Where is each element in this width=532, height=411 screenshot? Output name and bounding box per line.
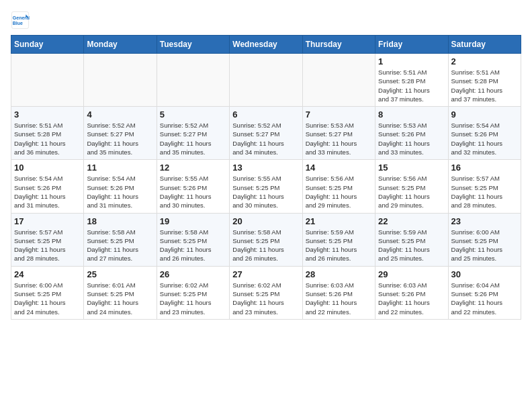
calendar-week-row: 3Sunrise: 5:51 AM Sunset: 5:28 PM Daylig…	[11, 107, 521, 160]
calendar-cell: 22Sunrise: 5:59 AM Sunset: 5:25 PM Dayli…	[375, 213, 448, 266]
day-info: Sunrise: 5:51 AM Sunset: 5:28 PM Dayligh…	[451, 68, 518, 103]
day-info: Sunrise: 5:52 AM Sunset: 5:27 PM Dayligh…	[87, 121, 153, 156]
day-info: Sunrise: 5:51 AM Sunset: 5:28 PM Dayligh…	[14, 121, 81, 156]
calendar-cell: 8Sunrise: 5:53 AM Sunset: 5:26 PM Daylig…	[375, 107, 448, 160]
day-number: 27	[232, 269, 299, 279]
day-info: Sunrise: 5:56 AM Sunset: 5:25 PM Dayligh…	[378, 174, 445, 210]
day-number: 19	[160, 216, 226, 226]
day-number: 8	[378, 109, 445, 120]
weekday-header-sunday: Sunday	[11, 36, 84, 54]
day-info: Sunrise: 6:02 AM Sunset: 5:25 PM Dayligh…	[160, 281, 226, 316]
calendar-cell: 16Sunrise: 5:57 AM Sunset: 5:25 PM Dayli…	[448, 160, 521, 213]
calendar-week-row: 17Sunrise: 5:57 AM Sunset: 5:25 PM Dayli…	[11, 213, 521, 266]
calendar-cell: 28Sunrise: 6:03 AM Sunset: 5:26 PM Dayli…	[302, 266, 375, 319]
day-number: 23	[451, 216, 518, 226]
calendar-cell: 12Sunrise: 5:55 AM Sunset: 5:26 PM Dayli…	[157, 160, 229, 213]
weekday-header-friday: Friday	[375, 36, 448, 54]
day-number: 16	[451, 163, 518, 173]
day-number: 21	[306, 216, 372, 226]
day-info: Sunrise: 5:57 AM Sunset: 5:25 PM Dayligh…	[14, 228, 81, 263]
day-number: 1	[378, 56, 445, 66]
calendar-cell: 5Sunrise: 5:52 AM Sunset: 5:27 PM Daylig…	[157, 107, 229, 160]
calendar-cell: 1Sunrise: 5:51 AM Sunset: 5:28 PM Daylig…	[375, 54, 448, 107]
calendar-cell	[230, 54, 302, 107]
weekday-header-thursday: Thursday	[302, 36, 375, 54]
day-number: 15	[378, 163, 445, 173]
calendar-cell: 20Sunrise: 5:58 AM Sunset: 5:25 PM Dayli…	[230, 213, 302, 266]
day-info: Sunrise: 5:59 AM Sunset: 5:25 PM Dayligh…	[378, 228, 445, 263]
day-number: 3	[14, 109, 81, 120]
svg-rect-0	[11, 11, 28, 28]
calendar-cell: 6Sunrise: 5:52 AM Sunset: 5:27 PM Daylig…	[230, 107, 302, 160]
day-number: 28	[306, 269, 372, 279]
calendar-cell: 25Sunrise: 6:01 AM Sunset: 5:25 PM Dayli…	[84, 266, 157, 319]
day-info: Sunrise: 5:52 AM Sunset: 5:27 PM Dayligh…	[160, 121, 226, 156]
calendar-cell	[302, 54, 375, 107]
day-number: 30	[451, 269, 518, 279]
day-number: 26	[160, 269, 226, 279]
day-number: 25	[87, 269, 153, 279]
day-info: Sunrise: 5:58 AM Sunset: 5:25 PM Dayligh…	[160, 228, 226, 263]
day-info: Sunrise: 6:00 AM Sunset: 5:25 PM Dayligh…	[14, 281, 81, 316]
calendar-header-row: SundayMondayTuesdayWednesdayThursdayFrid…	[11, 36, 521, 54]
day-info: Sunrise: 5:59 AM Sunset: 5:25 PM Dayligh…	[306, 228, 372, 263]
calendar-cell: 24Sunrise: 6:00 AM Sunset: 5:25 PM Dayli…	[11, 266, 84, 319]
day-info: Sunrise: 6:03 AM Sunset: 5:26 PM Dayligh…	[306, 281, 372, 316]
calendar-cell: 11Sunrise: 5:54 AM Sunset: 5:26 PM Dayli…	[84, 160, 157, 213]
day-info: Sunrise: 5:53 AM Sunset: 5:27 PM Dayligh…	[306, 121, 372, 156]
calendar-cell: 10Sunrise: 5:54 AM Sunset: 5:26 PM Dayli…	[11, 160, 84, 213]
weekday-header-saturday: Saturday	[448, 36, 521, 54]
day-number: 18	[87, 216, 153, 226]
calendar-cell: 14Sunrise: 5:56 AM Sunset: 5:25 PM Dayli…	[302, 160, 375, 213]
calendar-cell: 19Sunrise: 5:58 AM Sunset: 5:25 PM Dayli…	[157, 213, 229, 266]
calendar-cell: 17Sunrise: 5:57 AM Sunset: 5:25 PM Dayli…	[11, 213, 84, 266]
calendar-table: SundayMondayTuesdayWednesdayThursdayFrid…	[11, 35, 521, 320]
calendar-cell: 26Sunrise: 6:02 AM Sunset: 5:25 PM Dayli…	[157, 266, 229, 319]
calendar-cell: 30Sunrise: 6:04 AM Sunset: 5:26 PM Dayli…	[448, 266, 521, 319]
day-info: Sunrise: 5:55 AM Sunset: 5:26 PM Dayligh…	[160, 174, 226, 210]
day-info: Sunrise: 5:52 AM Sunset: 5:27 PM Dayligh…	[232, 121, 299, 156]
day-info: Sunrise: 6:02 AM Sunset: 5:25 PM Dayligh…	[232, 281, 299, 316]
calendar-cell: 27Sunrise: 6:02 AM Sunset: 5:25 PM Dayli…	[230, 266, 302, 319]
day-number: 11	[87, 163, 153, 173]
day-info: Sunrise: 5:54 AM Sunset: 5:26 PM Dayligh…	[14, 174, 81, 210]
calendar-cell	[11, 54, 84, 107]
calendar-week-row: 1Sunrise: 5:51 AM Sunset: 5:28 PM Daylig…	[11, 54, 521, 107]
day-info: Sunrise: 5:58 AM Sunset: 5:25 PM Dayligh…	[87, 228, 153, 263]
calendar-cell: 29Sunrise: 6:03 AM Sunset: 5:26 PM Dayli…	[375, 266, 448, 319]
weekday-header-wednesday: Wednesday	[230, 36, 302, 54]
day-number: 14	[306, 163, 372, 173]
calendar-cell: 15Sunrise: 5:56 AM Sunset: 5:25 PM Dayli…	[375, 160, 448, 213]
weekday-header-tuesday: Tuesday	[157, 36, 229, 54]
day-info: Sunrise: 5:53 AM Sunset: 5:26 PM Dayligh…	[378, 121, 445, 156]
day-info: Sunrise: 5:54 AM Sunset: 5:26 PM Dayligh…	[451, 121, 518, 156]
day-info: Sunrise: 6:01 AM Sunset: 5:25 PM Dayligh…	[87, 281, 153, 316]
calendar-week-row: 10Sunrise: 5:54 AM Sunset: 5:26 PM Dayli…	[11, 160, 521, 213]
calendar-cell: 7Sunrise: 5:53 AM Sunset: 5:27 PM Daylig…	[302, 107, 375, 160]
day-info: Sunrise: 5:56 AM Sunset: 5:25 PM Dayligh…	[306, 174, 372, 210]
logo: General Blue	[11, 11, 32, 30]
page-header: General Blue	[11, 11, 521, 30]
day-number: 20	[232, 216, 299, 226]
day-number: 6	[232, 109, 299, 120]
day-number: 9	[451, 109, 518, 120]
svg-text:Blue: Blue	[13, 21, 23, 26]
calendar-cell	[157, 54, 229, 107]
day-info: Sunrise: 6:04 AM Sunset: 5:26 PM Dayligh…	[451, 281, 518, 316]
day-info: Sunrise: 5:58 AM Sunset: 5:25 PM Dayligh…	[232, 228, 299, 263]
day-number: 4	[87, 109, 153, 120]
day-number: 12	[160, 163, 226, 173]
calendar-cell: 23Sunrise: 6:00 AM Sunset: 5:25 PM Dayli…	[448, 213, 521, 266]
day-number: 5	[160, 109, 226, 120]
day-number: 10	[14, 163, 81, 173]
day-info: Sunrise: 6:00 AM Sunset: 5:25 PM Dayligh…	[451, 228, 518, 263]
calendar-cell: 9Sunrise: 5:54 AM Sunset: 5:26 PM Daylig…	[448, 107, 521, 160]
day-info: Sunrise: 6:03 AM Sunset: 5:26 PM Dayligh…	[378, 281, 445, 316]
calendar-cell: 13Sunrise: 5:55 AM Sunset: 5:25 PM Dayli…	[230, 160, 302, 213]
calendar-week-row: 24Sunrise: 6:00 AM Sunset: 5:25 PM Dayli…	[11, 266, 521, 319]
calendar-cell: 4Sunrise: 5:52 AM Sunset: 5:27 PM Daylig…	[84, 107, 157, 160]
day-number: 13	[232, 163, 299, 173]
day-info: Sunrise: 5:54 AM Sunset: 5:26 PM Dayligh…	[87, 174, 153, 210]
calendar-cell: 21Sunrise: 5:59 AM Sunset: 5:25 PM Dayli…	[302, 213, 375, 266]
day-number: 2	[451, 56, 518, 66]
